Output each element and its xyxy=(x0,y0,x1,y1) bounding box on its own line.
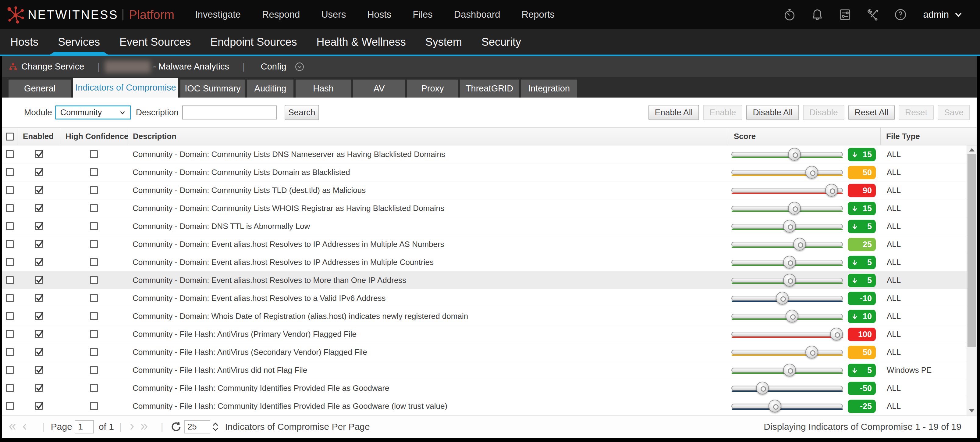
score-slider[interactable] xyxy=(731,271,843,289)
slider-knob[interactable] xyxy=(830,328,843,340)
tab-ioc-summary[interactable]: IOC Summary xyxy=(180,80,245,97)
top-nav-item-hosts[interactable]: Hosts xyxy=(367,9,391,20)
ioc-row[interactable]: Community - Domain: Community Lists TLD … xyxy=(2,181,967,199)
slider-knob[interactable] xyxy=(783,256,796,268)
enabled-checkbox[interactable] xyxy=(35,294,43,302)
row-select-checkbox[interactable] xyxy=(6,276,14,284)
enable-button[interactable]: Enable xyxy=(703,105,742,120)
row-select-checkbox[interactable] xyxy=(6,402,14,410)
slider-track[interactable] xyxy=(731,206,843,211)
slider-track[interactable] xyxy=(731,170,843,175)
row-select-checkbox[interactable] xyxy=(6,294,14,302)
slider-knob[interactable] xyxy=(805,346,818,359)
score-slider[interactable] xyxy=(731,235,843,253)
tab-indicators-of-compromise[interactable]: Indicators of Compromise xyxy=(73,78,178,97)
enabled-checkbox[interactable] xyxy=(35,330,43,338)
admin-nav-item-endpoint-sources[interactable]: Endpoint Sources xyxy=(210,29,297,54)
high-confidence-checkbox[interactable] xyxy=(90,240,98,248)
slider-knob[interactable] xyxy=(788,202,801,215)
slider-knob[interactable] xyxy=(756,381,769,394)
page-input[interactable] xyxy=(75,420,94,434)
first-page-button[interactable] xyxy=(8,422,16,431)
high-confidence-checkbox[interactable] xyxy=(90,186,98,194)
admin-nav-item-event-sources[interactable]: Event Sources xyxy=(119,29,191,54)
scroll-down-button[interactable] xyxy=(967,406,977,415)
enabled-checkbox[interactable] xyxy=(35,402,43,410)
score-slider[interactable] xyxy=(731,253,843,271)
row-select-checkbox[interactable] xyxy=(6,240,14,248)
per-page-spinner[interactable] xyxy=(212,422,219,431)
row-select-checkbox[interactable] xyxy=(6,366,14,374)
high-confidence-checkbox[interactable] xyxy=(90,150,98,158)
enabled-checkbox[interactable] xyxy=(35,258,43,266)
ioc-row[interactable]: Community - File Hash: AntiVirus (Second… xyxy=(2,343,967,361)
enabled-checkbox[interactable] xyxy=(35,366,43,374)
ioc-row[interactable]: Community - Domain: Community Lists DNS … xyxy=(2,145,967,163)
vertical-scrollbar[interactable] xyxy=(967,145,977,415)
score-slider[interactable] xyxy=(731,181,843,199)
high-confidence-checkbox[interactable] xyxy=(90,168,98,176)
high-confidence-checkbox[interactable] xyxy=(90,258,98,266)
reset-all-button[interactable]: Reset All xyxy=(848,105,895,120)
slider-knob[interactable] xyxy=(776,292,789,305)
scroll-up-button[interactable] xyxy=(967,145,977,154)
slider-knob[interactable] xyxy=(783,364,796,377)
config-menu[interactable]: Config xyxy=(261,62,305,72)
row-select-checkbox[interactable] xyxy=(6,384,14,392)
ioc-row[interactable]: Community - Domain: Community Lists Doma… xyxy=(2,163,967,181)
tab-hash[interactable]: Hash xyxy=(296,80,351,97)
score-slider[interactable] xyxy=(731,199,843,217)
enabled-checkbox[interactable] xyxy=(35,222,43,230)
ioc-row[interactable]: Community - Domain: Whois Date of Regist… xyxy=(2,307,967,325)
high-confidence-checkbox[interactable] xyxy=(90,330,98,338)
score-slider[interactable] xyxy=(731,325,843,343)
enabled-checkbox[interactable] xyxy=(35,186,43,194)
slider-knob[interactable] xyxy=(786,310,799,322)
score-slider[interactable] xyxy=(731,361,843,379)
slider-track[interactable] xyxy=(731,152,843,157)
row-select-checkbox[interactable] xyxy=(6,168,14,176)
ioc-row[interactable]: Community - Domain: Event alias.host Res… xyxy=(2,289,967,307)
slider-track[interactable] xyxy=(731,404,843,409)
tab-threatgrid[interactable]: ThreatGRID xyxy=(460,80,519,97)
score-slider[interactable] xyxy=(731,343,843,361)
bell-icon[interactable] xyxy=(810,8,824,22)
ioc-row[interactable]: Community - File Hash: AntiVirus did not… xyxy=(2,361,967,379)
last-page-button[interactable] xyxy=(140,422,148,431)
ioc-row[interactable]: Community - Domain: Community Lists WHOI… xyxy=(2,199,967,217)
slider-track[interactable] xyxy=(731,386,843,391)
column-header-score[interactable]: Score xyxy=(728,128,881,145)
row-select-checkbox[interactable] xyxy=(6,186,14,194)
row-select-checkbox[interactable] xyxy=(6,330,14,338)
top-nav-item-dashboard[interactable]: Dashboard xyxy=(454,9,500,20)
high-confidence-checkbox[interactable] xyxy=(90,402,98,410)
column-header-file-type[interactable]: File Type xyxy=(881,128,967,145)
slider-knob[interactable] xyxy=(788,148,801,161)
enabled-checkbox[interactable] xyxy=(35,204,43,212)
tab-auditing[interactable]: Auditing xyxy=(247,80,293,97)
help-icon[interactable] xyxy=(894,8,907,22)
score-slider[interactable] xyxy=(731,379,843,397)
slider-track[interactable] xyxy=(731,332,843,337)
score-slider[interactable] xyxy=(731,397,843,415)
column-header-description[interactable]: Description xyxy=(127,128,728,145)
admin-nav-item-services[interactable]: Services xyxy=(58,29,100,54)
per-page-input[interactable] xyxy=(184,420,210,434)
row-select-checkbox[interactable] xyxy=(6,204,14,212)
enabled-checkbox[interactable] xyxy=(35,276,43,284)
high-confidence-checkbox[interactable] xyxy=(90,294,98,302)
enable-all-button[interactable]: Enable All xyxy=(649,105,699,120)
score-slider[interactable] xyxy=(731,163,843,181)
row-select-checkbox[interactable] xyxy=(6,258,14,266)
slider-track[interactable] xyxy=(731,242,843,247)
score-slider[interactable] xyxy=(731,289,843,307)
user-menu[interactable]: admin xyxy=(923,9,963,20)
reset-button[interactable]: Reset xyxy=(899,105,934,120)
row-select-checkbox[interactable] xyxy=(6,348,14,356)
admin-nav-item-system[interactable]: System xyxy=(425,29,462,54)
ioc-row[interactable]: Community - File Hash: Community Identif… xyxy=(2,379,967,397)
ioc-row[interactable]: Community - Domain: Event alias.host Res… xyxy=(2,253,967,271)
ioc-row[interactable]: Community - File Hash: AntiVirus (Primar… xyxy=(2,325,967,343)
slider-knob[interactable] xyxy=(793,238,806,251)
top-nav-item-users[interactable]: Users xyxy=(321,9,346,20)
